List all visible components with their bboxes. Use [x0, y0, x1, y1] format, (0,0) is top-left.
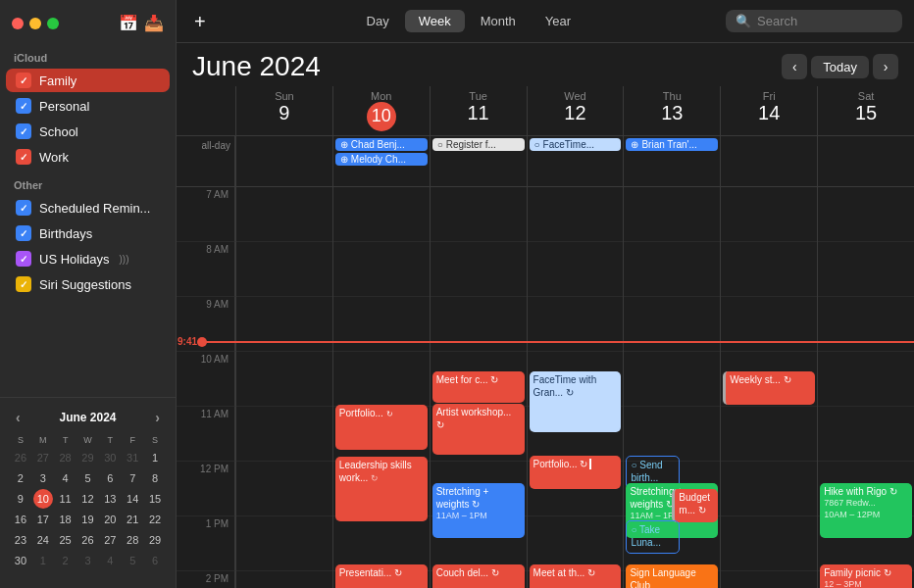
day-col-thu[interactable]: ○ Send birth... Stretching + weights ↻ 1…	[623, 187, 720, 588]
sidebar-item-scheduled-reminders[interactable]: ✓ Scheduled Remin...	[6, 196, 170, 220]
family-checkbox[interactable]: ✓	[16, 73, 31, 88]
day-col-sun[interactable]: 9:41	[235, 187, 332, 588]
mini-cal-day[interactable]: 23	[11, 530, 30, 550]
mini-cal-today[interactable]: 10	[33, 489, 53, 509]
event-portfolio-wed[interactable]: Portfolio... ↻	[530, 456, 622, 489]
sidebar-item-family[interactable]: ✓ Family	[6, 69, 170, 92]
event-take-luna[interactable]: ○ Take Luna...	[626, 520, 680, 554]
mini-cal-day[interactable]: 6	[145, 551, 165, 570]
mini-cal-day[interactable]: 27	[33, 448, 53, 467]
mini-cal-day[interactable]: 30	[100, 448, 120, 467]
mini-cal-day[interactable]: 8	[145, 468, 165, 488]
event-meet-for-c[interactable]: Meet for c... ↻	[432, 371, 525, 403]
today-button[interactable]: Today	[811, 56, 869, 78]
event-meet-at-th[interactable]: Meet at th... ↻	[530, 564, 622, 588]
mini-cal-day[interactable]: 7	[123, 468, 142, 488]
mini-cal-day[interactable]: 29	[77, 448, 97, 467]
close-button[interactable]	[12, 18, 24, 29]
sidebar-item-siri-suggestions[interactable]: ✓ Siri Suggestions	[6, 272, 170, 296]
event-hike-rigo[interactable]: Hike with Rigo ↻ 7867 Redw...10AM – 12PM	[820, 483, 912, 538]
day-col-wed[interactable]: FaceTime with Gran... ↻ Portfolio... ↻ M…	[527, 187, 624, 588]
event-facetime-gran[interactable]: FaceTime with Gran... ↻	[530, 371, 622, 432]
event-artist-workshop[interactable]: Artist workshop... ↻	[432, 404, 525, 455]
allday-event[interactable]: ⊕ Brian Tran'...	[626, 138, 718, 151]
mini-cal-day[interactable]: 13	[100, 489, 120, 509]
mini-cal-day[interactable]: 28	[56, 448, 76, 467]
mini-cal-day[interactable]: 15	[145, 489, 165, 509]
calendar-icon[interactable]: 📅	[119, 14, 138, 32]
next-week-button[interactable]: ›	[873, 54, 898, 79]
event-presentati[interactable]: Presentati... ↻	[335, 564, 428, 588]
sidebar-item-birthdays[interactable]: ✓ Birthdays	[6, 221, 170, 245]
mini-cal-day[interactable]: 3	[77, 551, 97, 570]
day-col-sat[interactable]: Hike with Rigo ↻ 7867 Redw...10AM – 12PM…	[817, 187, 914, 588]
birthdays-checkbox[interactable]: ✓	[16, 225, 31, 241]
mini-cal-day[interactable]: 2	[11, 468, 30, 488]
mini-cal-day[interactable]: 19	[77, 510, 97, 529]
mini-cal-day[interactable]: 29	[145, 530, 165, 550]
day-header-wed[interactable]: Wed 12	[527, 86, 624, 135]
event-sign-language[interactable]: Sign Language Club 12 – 2PM	[626, 564, 718, 588]
event-family-picnic[interactable]: Family picnic ↻ 12 – 3PM	[820, 564, 912, 588]
mini-cal-day[interactable]: 26	[11, 448, 30, 467]
mini-cal-day[interactable]: 12	[77, 489, 97, 509]
mini-cal-day[interactable]: 2	[56, 551, 76, 570]
mini-cal-day[interactable]: 25	[56, 530, 76, 550]
siri-suggestions-checkbox[interactable]: ✓	[16, 276, 31, 292]
day-col-mon[interactable]: Portfolio... ↻ Leadership skills work...…	[332, 187, 430, 588]
mini-cal-day[interactable]: 3	[33, 468, 53, 488]
work-checkbox[interactable]: ✓	[16, 149, 31, 165]
mini-cal-day[interactable]: 26	[77, 530, 97, 550]
allday-event[interactable]: ⊕ Melody Ch...	[335, 153, 428, 166]
event-leadership[interactable]: Leadership skills work... ↻	[335, 457, 428, 521]
mini-cal-day[interactable]: 9	[11, 489, 30, 509]
search-box[interactable]: 🔍	[726, 10, 902, 32]
tab-week[interactable]: Week	[405, 10, 465, 32]
mini-cal-day[interactable]: 30	[11, 551, 30, 570]
mini-cal-day[interactable]: 4	[56, 468, 76, 488]
mini-cal-day[interactable]: 16	[11, 510, 30, 529]
mini-cal-day[interactable]: 11	[56, 489, 76, 509]
event-weekly-st[interactable]: Weekly st... ↻	[723, 371, 815, 405]
event-couch-del[interactable]: Couch del... ↻	[432, 564, 525, 588]
mini-cal-day[interactable]: 18	[56, 510, 76, 529]
tab-month[interactable]: Month	[467, 10, 530, 32]
allday-event[interactable]: ⊕ Chad Benj...	[335, 138, 428, 151]
mini-cal-day[interactable]: 1	[145, 448, 165, 467]
add-event-button[interactable]: +	[188, 12, 212, 31]
event-budget-m[interactable]: Budget m... ↻	[672, 489, 718, 522]
day-header-fri[interactable]: Fri 14	[720, 86, 817, 135]
allday-event[interactable]: ○ FaceTime...	[530, 138, 622, 151]
mini-cal-day[interactable]: 17	[33, 510, 53, 529]
event-stretching-tue[interactable]: Stretching + weights ↻ 11AM – 1PM	[432, 483, 525, 538]
event-portfolio-mon[interactable]: Portfolio... ↻	[335, 405, 428, 450]
mini-cal-prev[interactable]: ‹	[12, 410, 25, 425]
mini-cal-day[interactable]: 20	[100, 510, 120, 529]
school-checkbox[interactable]: ✓	[16, 123, 31, 139]
sidebar-item-work[interactable]: ✓ Work	[6, 145, 170, 169]
inbox-icon[interactable]: 📥	[144, 14, 164, 32]
mini-cal-day[interactable]: 1	[33, 551, 53, 570]
mini-cal-day[interactable]: 24	[33, 530, 53, 550]
mini-cal-day[interactable]: 6	[100, 468, 120, 488]
tab-year[interactable]: Year	[532, 10, 584, 32]
mini-cal-day[interactable]: 5	[77, 468, 97, 488]
sidebar-item-school[interactable]: ✓ School	[6, 120, 170, 143]
us-holidays-checkbox[interactable]: ✓	[16, 251, 31, 267]
day-col-fri[interactable]: Weekly st... ↻	[720, 187, 817, 588]
sidebar-item-us-holidays[interactable]: ✓ US Holidays )))	[6, 247, 170, 270]
day-header-sun[interactable]: Sun 9	[235, 86, 332, 135]
allday-event[interactable]: ○ Register f...	[432, 138, 525, 151]
day-header-tue[interactable]: Tue 11	[430, 86, 527, 135]
maximize-button[interactable]	[47, 18, 59, 29]
day-header-mon[interactable]: Mon 10	[332, 86, 430, 135]
day-col-tue[interactable]: Meet for c... ↻ Artist workshop... ↻ Str…	[430, 187, 527, 588]
mini-cal-day[interactable]: 22	[145, 510, 165, 529]
day-header-thu[interactable]: Thu 13	[623, 86, 720, 135]
minimize-button[interactable]	[29, 18, 41, 29]
mini-cal-day[interactable]: 27	[100, 530, 120, 550]
personal-checkbox[interactable]: ✓	[16, 98, 31, 114]
day-header-sat[interactable]: Sat 15	[817, 86, 914, 135]
mini-cal-day[interactable]: 28	[123, 530, 142, 550]
prev-week-button[interactable]: ‹	[782, 54, 807, 79]
